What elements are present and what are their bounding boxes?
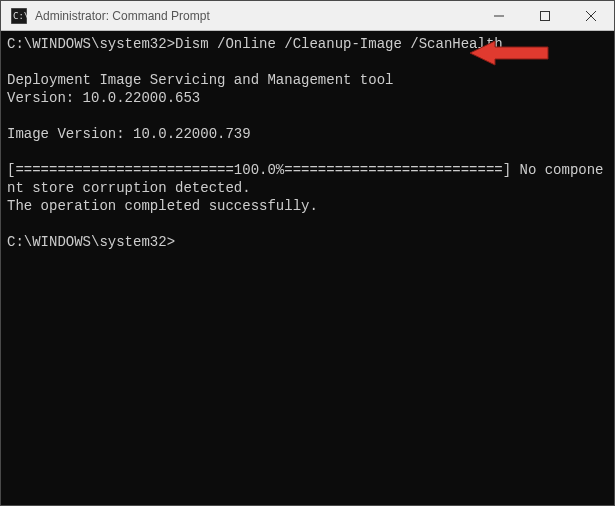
svg-rect-3 — [541, 11, 550, 20]
window-title: Administrator: Command Prompt — [35, 9, 476, 23]
maximize-button[interactable] — [522, 1, 568, 30]
window-controls — [476, 1, 614, 30]
output-line: Version: 10.0.22000.653 — [7, 90, 200, 106]
close-button[interactable] — [568, 1, 614, 30]
command-prompt-window: C:\ Administrator: Command Prompt C:\WIN… — [0, 0, 615, 506]
output-line: Image Version: 10.0.22000.739 — [7, 126, 251, 142]
prompt: C:\WINDOWS\system32> — [7, 234, 175, 250]
titlebar[interactable]: C:\ Administrator: Command Prompt — [1, 1, 614, 31]
svg-text:C:\: C:\ — [13, 11, 27, 21]
output-line: Deployment Image Servicing and Managemen… — [7, 72, 393, 88]
prompt: C:\WINDOWS\system32> — [7, 36, 175, 52]
cmd-icon: C:\ — [9, 6, 29, 26]
command-text: Dism /Online /Cleanup-Image /ScanHealth — [175, 36, 503, 52]
progress-line: [==========================100.0%=======… — [7, 162, 604, 196]
minimize-button[interactable] — [476, 1, 522, 30]
output-line: The operation completed successfully. — [7, 198, 318, 214]
terminal-output[interactable]: C:\WINDOWS\system32>Dism /Online /Cleanu… — [1, 31, 614, 505]
